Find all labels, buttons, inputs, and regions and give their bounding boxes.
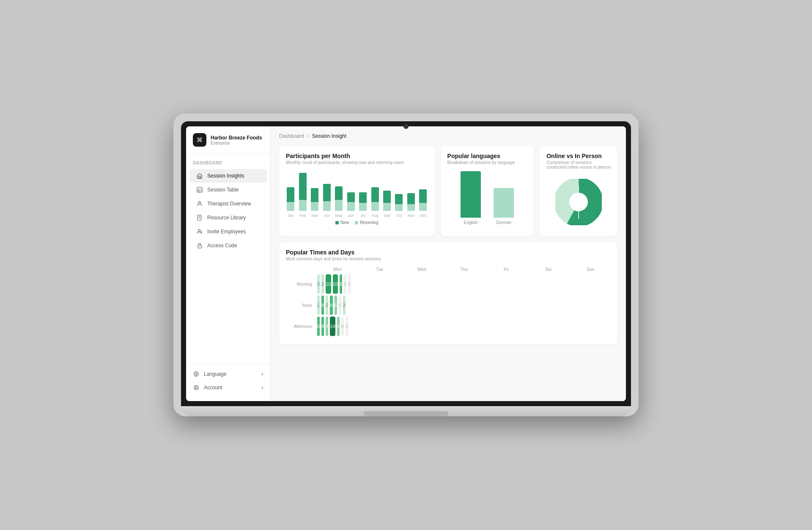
book-icon — [196, 214, 203, 221]
sidebar-item-session-table[interactable]: Session Table — [189, 183, 267, 197]
sidebar-label-invite-employees: Invite Employees — [207, 229, 246, 235]
breadcrumb: Dashboard > Session Insight — [279, 133, 617, 139]
legend-returning: Returning — [355, 220, 378, 225]
bar-label-oct: Oct — [394, 213, 403, 218]
bar-group-oct — [394, 170, 403, 211]
online-vs-subtitle: Comparison of sessions conducted online … — [546, 160, 611, 169]
sidebar-nav: Session Insights Session Table — [186, 169, 270, 253]
online-vs-title: Online vs In Person — [546, 153, 611, 159]
heatmap-cell-afternoon-sat: 0 — [341, 317, 344, 336]
sidebar-label-session-table: Session Table — [207, 187, 239, 193]
heatmap-cell-noon-wed: 2 — [326, 295, 328, 315]
bar-group-mar — [310, 170, 319, 211]
heatmap-col-mon: Mon — [317, 266, 358, 273]
heatmap-col-sun: Sun — [570, 266, 611, 273]
heatmap-cell-morning-tue: 2 — [321, 274, 324, 294]
pie-chart — [555, 179, 602, 225]
heatmap-col-fri: Fri — [486, 266, 527, 273]
participants-chart-subtitle: Monthly count of participants, showing n… — [286, 160, 428, 165]
breadcrumb-separator: > — [307, 133, 310, 139]
table-icon — [196, 186, 203, 193]
bar-group-may — [334, 170, 343, 211]
lang-bar-group-english: English — [461, 171, 481, 225]
heatmap-cell-noon-sat: 0 — [339, 295, 341, 315]
sidebar-label-access-code: Access Code — [207, 243, 237, 249]
heatmap-cell-afternoon-sun: 0 — [346, 317, 348, 336]
person-add-icon — [196, 228, 203, 235]
bar-label-dec: Dec — [418, 213, 428, 218]
globe-icon — [193, 371, 200, 377]
svg-point-7 — [198, 229, 200, 232]
bar-label-nov: Nov — [406, 213, 416, 218]
sidebar: ⌘ Harbor Breeze Foods Enterprise Dashboa… — [186, 126, 271, 401]
bar-label-mar: Mar — [310, 213, 319, 218]
brand-sub: Enterprise — [211, 141, 262, 145]
heatmap-row-morning: Morning221010800 — [286, 274, 611, 294]
pie-chart-container — [546, 175, 611, 229]
sidebar-label-therapist-overview: Therapist Overview — [207, 201, 251, 207]
heatmap-rows: Morning221010800Noon1826502Afternoon6841… — [286, 274, 611, 336]
bar-group-dec — [418, 170, 428, 211]
heatmap-cell-afternoon-wed: 4 — [326, 317, 328, 336]
lang-label-german: German — [496, 220, 511, 225]
heatmap-cell-noon-thu: 6 — [330, 295, 332, 315]
app-window: ⌘ Harbor Breeze Foods Enterprise Dashboa… — [186, 126, 626, 401]
heatmap-row-noon: Noon1826502 — [286, 295, 611, 315]
laptop-frame: ⌘ Harbor Breeze Foods Enterprise Dashboa… — [173, 114, 639, 416]
heatmap-cell-noon-mon: 1 — [317, 295, 320, 315]
lang-bar-group-german: German — [494, 188, 514, 225]
heatmap-header: MonTueWedThuFriSatSun — [286, 266, 611, 273]
bar-group-jan — [286, 170, 295, 211]
legend-returning-dot — [355, 221, 358, 224]
language-menu[interactable]: Language ▾ — [186, 367, 270, 381]
svg-point-9 — [199, 246, 200, 247]
bar-month-labels: JanFebMarAprMayJunJulAugSepOctNovDec — [286, 213, 428, 218]
camera-notch — [403, 124, 409, 129]
account-menu[interactable]: Account ▾ — [186, 381, 270, 394]
bars-area — [286, 170, 428, 211]
legend-new-label: New — [340, 220, 349, 225]
sidebar-section-label: Dashboard — [186, 154, 270, 169]
svg-rect-1 — [197, 187, 202, 192]
bar-group-apr — [322, 170, 331, 211]
bar-label-aug: Aug — [370, 213, 379, 218]
sidebar-bottom: Language ▾ — [186, 363, 270, 394]
heatmap-cell-noon-fri: 5 — [335, 295, 337, 315]
brand-name: Harbor Breeze Foods — [211, 135, 262, 141]
heatmap-cell-morning-thu: 10 — [333, 274, 338, 294]
sidebar-item-therapist-overview[interactable]: Therapist Overview — [189, 197, 267, 210]
bar-group-nov — [406, 170, 416, 211]
lock-icon — [196, 242, 203, 249]
languages-chart-title: Popular languages — [447, 153, 527, 159]
breadcrumb-root[interactable]: Dashboard — [279, 133, 304, 139]
lang-chart: EnglishGerman — [447, 170, 527, 225]
svg-rect-0 — [199, 176, 200, 178]
languages-chart-subtitle: Breakdown of sessions by language — [447, 160, 527, 165]
lang-label-english: English — [464, 220, 477, 225]
laptop-base — [181, 406, 631, 416]
heatmap-cell-afternoon-tue: 8 — [321, 317, 324, 336]
heatmap-card: Popular Times and Days Most common days … — [279, 242, 617, 344]
bar-group-jun — [346, 170, 355, 211]
sidebar-item-session-insights[interactable]: Session Insights — [189, 169, 267, 183]
heatmap-cell-noon-sun: 2 — [343, 295, 346, 315]
heatmap-cell-afternoon-fri: 4 — [337, 317, 340, 336]
languages-chart-card: Popular languages Breakdown of sessions … — [441, 146, 534, 236]
heatmap-row-label-noon: Noon — [286, 303, 315, 308]
heatmap-col-tue: Tue — [359, 266, 400, 273]
heatmap-cell-noon-tue: 8 — [321, 295, 324, 315]
account-icon — [193, 384, 200, 391]
bar-label-feb: Feb — [298, 213, 307, 218]
heatmap-col-wed: Wed — [401, 266, 442, 273]
legend-new-dot — [335, 221, 339, 224]
bar-group-aug — [370, 170, 379, 211]
sidebar-item-access-code[interactable]: Access Code — [189, 239, 267, 252]
heatmap-cell-morning-wed: 10 — [326, 274, 331, 294]
sidebar-label-resource-library: Resource Library — [207, 215, 246, 221]
heatmap-col-thu: Thu — [444, 266, 484, 273]
heatmap-subtitle: Most common days and times for booked se… — [286, 257, 611, 261]
sidebar-item-invite-employees[interactable]: Invite Employees — [189, 225, 267, 238]
bar-label-jul: Jul — [358, 213, 368, 218]
language-label: Language — [204, 371, 226, 377]
sidebar-item-resource-library[interactable]: Resource Library — [189, 211, 267, 224]
